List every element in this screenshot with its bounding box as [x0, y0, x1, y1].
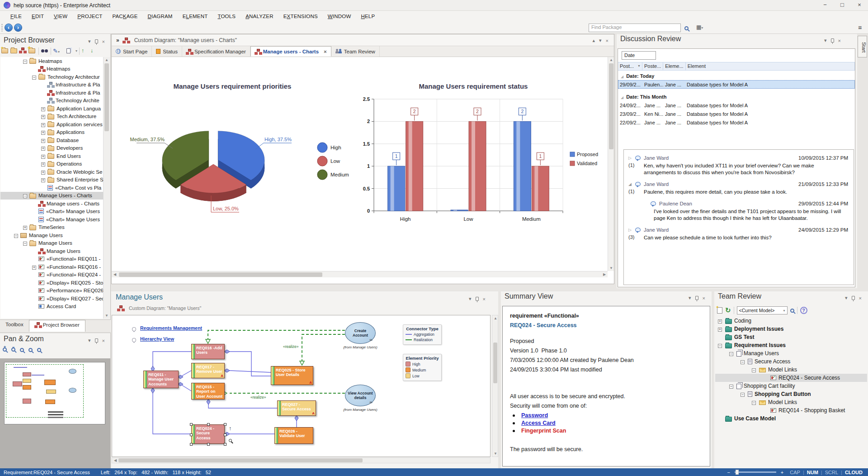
- zoom-fit-icon[interactable]: [28, 348, 33, 352]
- expander-icon[interactable]: −: [14, 232, 20, 238]
- requirement-box-req024[interactable]: REQ024 - Secure Access: [191, 424, 225, 444]
- tab-specification-manager[interactable]: Specification Manager: [182, 46, 250, 57]
- close-icon[interactable]: ×: [703, 295, 705, 301]
- chevron-right-icon[interactable]: »: [116, 37, 119, 43]
- expander-icon[interactable]: +: [41, 161, 47, 167]
- status-toggle-scrl[interactable]: SCRL: [825, 470, 838, 475]
- expander-icon[interactable]: −: [729, 383, 736, 389]
- search-icon[interactable]: [684, 25, 689, 32]
- selection-handle[interactable]: [190, 443, 193, 446]
- tree-item[interactable]: «Performance» REQ026: [0, 287, 104, 295]
- tree-item[interactable]: +Developers: [0, 144, 104, 152]
- selection-handle[interactable]: [190, 423, 193, 426]
- expander-icon[interactable]: +: [41, 105, 47, 112]
- column-header-Poste[interactable]: Poste...: [642, 62, 663, 70]
- thread-expander-icon[interactable]: ▷: [628, 228, 632, 232]
- tree-item[interactable]: «Display» REQ025 - Sto: [0, 279, 104, 287]
- summary-bullet[interactable]: Password: [513, 412, 703, 419]
- tree-item[interactable]: −Technology Architectur: [0, 73, 104, 81]
- tree-item[interactable]: +End Users: [0, 152, 104, 160]
- menu-element[interactable]: ELEMENT: [178, 14, 213, 19]
- zoom-in-button[interactable]: +: [781, 470, 783, 475]
- bullet-label[interactable]: Access Card: [521, 420, 556, 426]
- zoom-refresh-icon[interactable]: [37, 348, 41, 352]
- search-icon[interactable]: [790, 309, 794, 313]
- dropdown-icon[interactable]: ▾: [824, 38, 827, 43]
- tree-item[interactable]: Technology Archite: [0, 97, 104, 105]
- requirement-box-req015[interactable]: REQ015 - Report on User Account: [191, 383, 225, 400]
- horizontal-scrollbar[interactable]: ◀: [112, 457, 491, 463]
- tree-item[interactable]: «Chart» Manage Users: [0, 208, 104, 216]
- project-browser-scrollbar[interactable]: ▲ ▼: [103, 57, 110, 319]
- menu-analyzer[interactable]: ANALYZER: [241, 14, 278, 19]
- pin-icon[interactable]: [831, 38, 834, 43]
- tree-item[interactable]: +TimeSeries: [0, 224, 104, 232]
- expander-icon[interactable]: −: [23, 192, 29, 199]
- close-icon[interactable]: ×: [483, 296, 486, 302]
- find-package-input[interactable]: Find Package: [589, 24, 681, 32]
- tab-toolbox[interactable]: Toolbox: [0, 320, 29, 332]
- expander-icon[interactable]: −: [752, 367, 759, 373]
- expander-icon[interactable]: −: [718, 342, 725, 348]
- expander-icon[interactable]: +: [41, 129, 47, 135]
- team-tree-item[interactable]: −Model Links: [715, 398, 867, 406]
- expander-icon[interactable]: +: [41, 169, 47, 175]
- tree-item[interactable]: −Manage Users: [0, 239, 104, 248]
- expander-icon[interactable]: −: [752, 399, 759, 405]
- zoom-100-icon[interactable]: [20, 348, 24, 352]
- tree-item[interactable]: +Applications: [0, 129, 104, 137]
- zoom-in-icon[interactable]: +: [3, 347, 7, 353]
- bullet-label[interactable]: Password: [521, 412, 548, 419]
- expander-icon[interactable]: +: [41, 121, 47, 128]
- expander-icon[interactable]: −: [23, 58, 29, 64]
- selection-handle[interactable]: [224, 443, 226, 446]
- thread-expander-icon[interactable]: ▷: [628, 156, 632, 160]
- team-tree-item[interactable]: GS Test: [715, 333, 867, 341]
- close-icon[interactable]: ×: [838, 38, 841, 43]
- team-tree-item[interactable]: −Model Links: [715, 366, 867, 374]
- requirement-box-req026[interactable]: REQ026 - Validate User: [274, 427, 313, 444]
- tree-item[interactable]: Manage Users: [0, 247, 104, 255]
- zoom-out-icon[interactable]: −: [11, 347, 15, 353]
- selection-handle[interactable]: [224, 423, 226, 426]
- menu-extensions[interactable]: EXTENSIONS: [278, 14, 323, 19]
- new-model-icon[interactable]: ✦: [1, 48, 9, 55]
- tab-status[interactable]: Status: [152, 46, 182, 57]
- refresh-icon[interactable]: ↻: [725, 306, 731, 314]
- discussion-row[interactable]: 29/09/2...Paulen...Jane ...Database type…: [618, 80, 855, 89]
- diagram-thumbnail[interactable]: [4, 362, 105, 424]
- menu-file[interactable]: FILE: [5, 14, 27, 19]
- summary-bullet[interactable]: Access Card: [513, 420, 703, 426]
- expander-icon[interactable]: −: [741, 391, 748, 397]
- expander-icon[interactable]: +: [32, 264, 38, 270]
- expander-icon[interactable]: +: [41, 145, 47, 151]
- copy-stack-icon[interactable]: ▾: [66, 48, 77, 55]
- expander-icon[interactable]: +: [718, 326, 725, 332]
- pin-icon[interactable]: [852, 296, 855, 300]
- menu-diagram[interactable]: DIAGRAM: [143, 14, 178, 19]
- requirement-box-req016[interactable]: REQ016 -Add Users: [191, 344, 225, 359]
- discussion-row[interactable]: 24/09/2...Jane ...Jane ...Database types…: [618, 101, 855, 109]
- pin-icon[interactable]: [95, 39, 98, 43]
- team-tree-item[interactable]: REQ014 - Shopping Basket: [715, 406, 867, 414]
- tree-item[interactable]: +Shared Enterprise S: [0, 176, 104, 184]
- collapse-icon[interactable]: ▴: [593, 38, 595, 43]
- team-tree-item[interactable]: −Requirement Issues: [715, 341, 867, 349]
- tab-manage-users-charts[interactable]: Manage users - Charts×: [250, 46, 331, 57]
- tree-item[interactable]: +Application Langua: [0, 105, 104, 113]
- new-post-icon[interactable]: [717, 307, 722, 314]
- usecase-ellipse[interactable]: View Account details∞: [345, 385, 376, 406]
- diagram-hyperlink-1[interactable]: Requirements Management: [140, 325, 202, 331]
- menu-help[interactable]: HELP: [356, 14, 380, 19]
- tab-close-icon[interactable]: ×: [324, 49, 327, 54]
- hamburger-menu-icon[interactable]: ≡: [858, 24, 862, 31]
- status-toggle-cap[interactable]: CAP: [790, 470, 800, 475]
- date-filter-input[interactable]: Date: [622, 51, 656, 60]
- pin-icon[interactable]: [476, 297, 479, 301]
- close-icon[interactable]: ×: [102, 39, 105, 44]
- thread-expander-icon[interactable]: ◢: [628, 182, 632, 186]
- tree-item[interactable]: «Chart» Manage Users: [0, 215, 104, 224]
- dropdown-icon[interactable]: ▾: [689, 295, 691, 301]
- maximize-button[interactable]: □: [834, 0, 851, 10]
- tree-item[interactable]: Infrastructure & Pla: [0, 89, 104, 97]
